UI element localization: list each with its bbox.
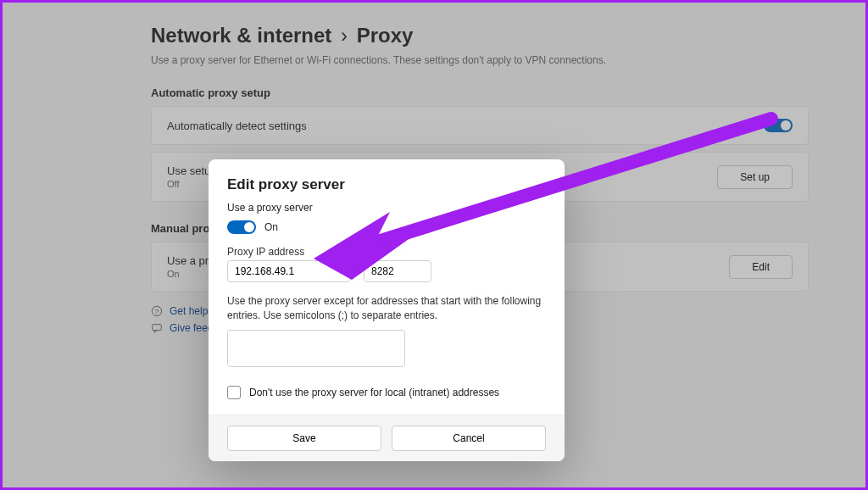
manual-proxy-edit-button[interactable]: Edit xyxy=(729,255,793,279)
save-button[interactable]: Save xyxy=(227,426,381,451)
auto-detect-toggle[interactable] xyxy=(764,119,793,132)
use-proxy-toggle[interactable] xyxy=(227,220,256,234)
svg-rect-2 xyxy=(153,325,162,331)
local-bypass-checkbox[interactable] xyxy=(227,386,241,399)
cancel-button[interactable]: Cancel xyxy=(392,426,546,451)
exceptions-instructions: Use the proxy server except for addresse… xyxy=(227,294,546,323)
dialog-title: Edit proxy server xyxy=(227,176,546,193)
breadcrumb-separator: › xyxy=(341,24,348,47)
help-icon: ? xyxy=(151,305,163,317)
auto-section-heading: Automatic proxy setup xyxy=(151,86,809,99)
port-label: Port xyxy=(364,246,431,258)
exceptions-text[interactable] xyxy=(228,331,404,366)
auto-detect-card: Automatically detect settings On xyxy=(151,106,809,145)
dialog-footer: Save Cancel xyxy=(209,415,565,461)
auto-detect-label: Automatically detect settings xyxy=(167,120,307,132)
use-proxy-label: Use a proxy server xyxy=(227,202,546,214)
exceptions-input[interactable] xyxy=(227,330,405,367)
svg-text:?: ? xyxy=(155,308,159,315)
auto-detect-state: On xyxy=(742,120,755,131)
use-proxy-state: On xyxy=(264,221,278,233)
local-bypass-label: Don't use the proxy server for local (in… xyxy=(249,387,499,398)
breadcrumb-current: Proxy xyxy=(357,24,414,47)
feedback-icon xyxy=(151,322,163,334)
get-help-label: Get help xyxy=(170,305,208,317)
setup-script-button[interactable]: Set up xyxy=(717,165,793,189)
ip-label: Proxy IP address xyxy=(227,246,350,258)
breadcrumb-parent[interactable]: Network & internet xyxy=(151,24,331,47)
breadcrumb[interactable]: Network & internet › Proxy xyxy=(151,24,809,47)
page-description: Use a proxy server for Ethernet or Wi-Fi… xyxy=(151,54,809,66)
proxy-ip-input[interactable] xyxy=(227,260,350,282)
proxy-port-input[interactable] xyxy=(364,260,431,282)
edit-proxy-dialog: Edit proxy server Use a proxy server On … xyxy=(209,159,565,461)
